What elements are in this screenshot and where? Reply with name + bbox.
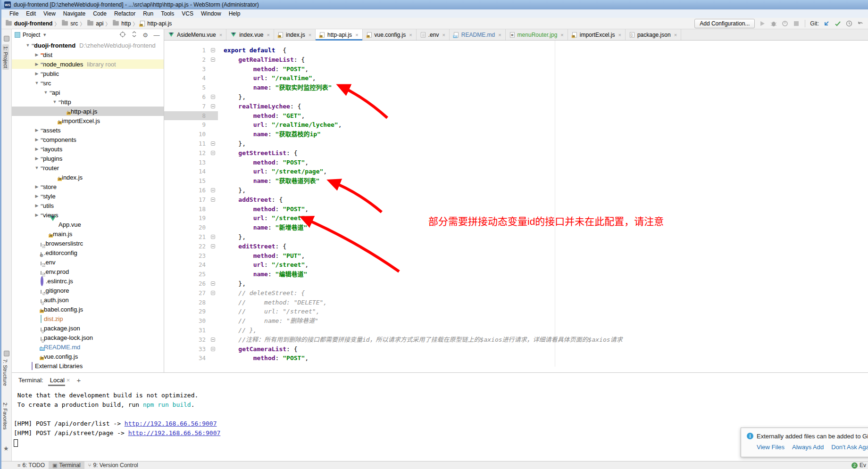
tree-item-importExcel.js[interactable]: JSimportExcel.js: [12, 116, 164, 125]
breadcrumb-item-http-api.js[interactable]: JShttp-api.js: [140, 20, 172, 27]
event-log-label[interactable]: Ev: [860, 462, 866, 469]
fold-marker-icon[interactable]: [211, 141, 215, 146]
tree-item-src[interactable]: ▼src: [12, 78, 164, 88]
chevron-collapsed-icon[interactable]: ▶: [33, 71, 41, 76]
project-view-selector[interactable]: Project ▼: [15, 32, 116, 38]
chevron-collapsed-icon[interactable]: ▶: [33, 147, 41, 151]
tree-item-.editorconfig[interactable]: ⚙.editorconfig: [12, 248, 164, 257]
tree-item-store[interactable]: ▶store: [12, 182, 164, 191]
editor-tab-http-api.js[interactable]: JShttp-api.js×: [316, 29, 362, 40]
notification-action-always-add[interactable]: Always Add: [792, 444, 824, 451]
tree-item-babel.config.js[interactable]: JSbabel.config.js: [12, 304, 164, 314]
add-configuration-button[interactable]: Add Configuration...: [694, 19, 755, 28]
menu-item-refactor[interactable]: Refactor: [111, 10, 139, 17]
fold-marker-icon[interactable]: [211, 95, 215, 99]
history-icon[interactable]: [845, 20, 853, 27]
editor-tab-index.vue[interactable]: index.vue×: [226, 29, 274, 40]
menu-item-tools[interactable]: Tools: [158, 10, 177, 17]
run-with-coverage-icon[interactable]: [781, 20, 789, 27]
stripe-tab-structure[interactable]: 7: Structure: [2, 359, 8, 386]
chevron-collapsed-icon[interactable]: ▶: [33, 203, 41, 208]
fold-marker-icon[interactable]: [211, 104, 215, 108]
tree-item-plugins[interactable]: ▶plugins: [12, 154, 164, 163]
stripe-tab-project[interactable]: 1: Project: [2, 44, 9, 70]
fold-marker-icon[interactable]: [211, 281, 215, 286]
menu-item-navigate[interactable]: Navigate: [60, 10, 89, 17]
close-tab-icon[interactable]: ×: [355, 32, 358, 38]
notification-action-view-files[interactable]: View Files: [757, 444, 785, 451]
tree-item-.browserslistrc[interactable]: .browserslistrc: [12, 239, 164, 248]
close-tab-icon[interactable]: ×: [442, 32, 445, 38]
tree-item-dist[interactable]: ▶dist: [12, 50, 164, 59]
breadcrumb-item-src[interactable]: src: [61, 20, 78, 27]
close-tab-icon[interactable]: ×: [309, 32, 311, 38]
editor-tab-AsideMenu.vue[interactable]: AsideMenu.vue×: [164, 29, 226, 40]
tree-item-api[interactable]: ▼api: [12, 88, 164, 97]
chevron-expanded-icon[interactable]: ▼: [33, 81, 41, 85]
fold-marker-icon[interactable]: [211, 151, 215, 155]
fold-marker-icon[interactable]: [211, 188, 215, 192]
statusbar-item-6-todo[interactable]: ≡6: TODO: [14, 461, 49, 469]
tree-item-auth.json[interactable]: {}auth.json: [12, 295, 164, 304]
menu-item-code[interactable]: Code: [90, 10, 110, 17]
revert-icon[interactable]: [857, 20, 864, 27]
chevron-collapsed-icon[interactable]: ▶: [33, 194, 41, 198]
menu-item-run[interactable]: Run: [140, 10, 157, 17]
statusbar-item-9-version-control[interactable]: ⑂9: Version Control: [84, 461, 142, 469]
run-icon[interactable]: [759, 20, 766, 27]
menu-item-vcs[interactable]: VCS: [178, 10, 197, 17]
tree-item-node_modules[interactable]: ▶node_moduleslibrary root: [12, 59, 164, 69]
tree-item-http-api.js[interactable]: JShttp-api.js: [12, 107, 164, 116]
fold-marker-icon[interactable]: [211, 58, 215, 62]
notification-action-don-t-ask-agai[interactable]: Don't Ask Agai: [831, 444, 868, 451]
chevron-collapsed-icon[interactable]: ▶: [33, 62, 41, 66]
new-terminal-session-button[interactable]: +: [76, 376, 81, 384]
chevron-expanded-icon[interactable]: ▼: [51, 99, 58, 104]
git-commit-icon[interactable]: [834, 20, 842, 27]
tree-item-dist.zip[interactable]: dist.zip: [12, 314, 164, 323]
event-log-badge[interactable]: 2: [851, 462, 858, 469]
fold-marker-icon[interactable]: [211, 347, 215, 351]
tree-item-public[interactable]: ▶public: [12, 69, 164, 78]
tree-item-assets[interactable]: ▶assets: [12, 125, 164, 135]
fold-marker-icon[interactable]: [211, 337, 215, 342]
close-tab-icon[interactable]: ×: [409, 32, 412, 38]
tree-item-.eslintrc.js[interactable]: .eslintrc.js: [12, 276, 164, 286]
chevron-collapsed-icon[interactable]: ▶: [33, 137, 41, 142]
tree-item-layouts[interactable]: ▶layouts: [12, 144, 164, 154]
tree-item-components[interactable]: ▶components: [12, 135, 164, 144]
tree-item-README.md[interactable]: MDREADME.md: [12, 342, 164, 352]
tree-item-style[interactable]: ▶style: [12, 191, 164, 201]
fold-marker-icon[interactable]: [211, 291, 215, 295]
tree-item-External Libraries[interactable]: External Libraries: [12, 361, 164, 370]
editor-tab-vue.config.js[interactable]: JSvue.config.js×: [363, 29, 417, 40]
stop-icon[interactable]: [793, 20, 800, 27]
menu-item-file[interactable]: File: [6, 10, 22, 17]
stripe-tab-favorites[interactable]: 2: Favorites: [2, 403, 8, 429]
editor-tab-.env[interactable]: .env×: [417, 29, 450, 40]
tree-item-.env[interactable]: .env: [12, 257, 164, 267]
tree-item-vue.config.js[interactable]: JSvue.config.js: [12, 352, 164, 361]
close-tab-icon[interactable]: ×: [560, 32, 563, 38]
editor-tab-package.json[interactable]: {}package.json×: [626, 29, 681, 40]
tree-item-package.json[interactable]: {}package.json: [12, 323, 164, 333]
chevron-collapsed-icon[interactable]: ▶: [33, 184, 41, 189]
editor-tab-importExcel.js[interactable]: JSimportExcel.js×: [568, 29, 626, 40]
close-tab-icon[interactable]: ×: [674, 32, 677, 38]
tree-item-.gitignore[interactable]: ⊘.gitignore: [12, 286, 164, 295]
tree-item-views[interactable]: ▶views: [12, 210, 164, 220]
terminal-tab-local[interactable]: Local×: [48, 374, 72, 386]
close-tab-icon[interactable]: ×: [267, 32, 270, 38]
tree-item-http[interactable]: ▼http: [12, 97, 164, 107]
tree-item-App.vue[interactable]: App.vue: [12, 220, 164, 229]
tree-item-package-lock.json[interactable]: {}package-lock.json: [12, 333, 164, 342]
statusbar-item-terminal[interactable]: ▣Terminal: [49, 461, 84, 469]
terminal-link[interactable]: http://192.168.66.56:9007: [125, 420, 217, 427]
fold-marker-icon[interactable]: [211, 197, 215, 202]
close-tab-icon[interactable]: ×: [219, 32, 222, 38]
collapse-all-icon[interactable]: [130, 31, 138, 39]
menu-item-window[interactable]: Window: [198, 10, 225, 17]
chevron-collapsed-icon[interactable]: ▶: [33, 156, 41, 161]
favorites-star-icon[interactable]: ★: [3, 445, 9, 452]
tree-item-.env.prod[interactable]: .env.prod: [12, 267, 164, 276]
